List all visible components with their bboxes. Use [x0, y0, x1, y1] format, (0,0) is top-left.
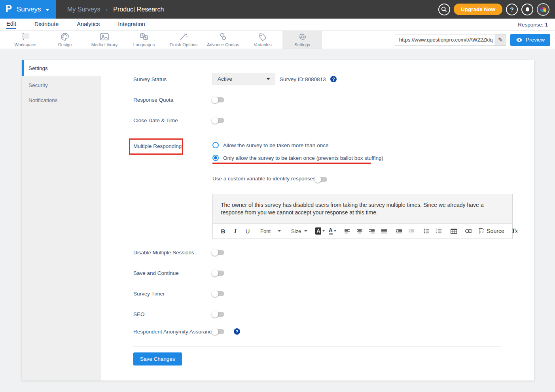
disable-sessions-toggle[interactable]: [212, 250, 224, 255]
tag-icon: [258, 32, 267, 41]
custom-variable-toggle[interactable]: [315, 177, 327, 182]
eye-icon: [516, 38, 523, 42]
bullet-list-icon: [424, 229, 429, 233]
upgrade-now-button[interactable]: Upgrade Now: [454, 4, 502, 15]
text-color-button[interactable]: A: [328, 226, 337, 236]
align-left-icon: [345, 229, 350, 233]
sidebar-item-notifications[interactable]: Notifications: [22, 93, 101, 108]
radio-only-once[interactable]: Only allow the survey to be taken once (…: [212, 155, 383, 161]
remove-format-button[interactable]: Tx: [510, 226, 519, 236]
bell-icon: [525, 6, 530, 13]
font-dropdown[interactable]: Font: [258, 228, 283, 234]
table-button[interactable]: [449, 226, 458, 236]
tab-analytics[interactable]: Analytics: [77, 21, 100, 28]
questionpro-logo-icon: P: [6, 4, 12, 13]
align-center-icon: [357, 229, 362, 233]
chevron-down-icon: [322, 230, 325, 232]
tab-integration[interactable]: Integration: [118, 21, 145, 28]
sidebar-item-settings[interactable]: Settings: [22, 60, 101, 76]
save-changes-button[interactable]: Save Changes: [133, 352, 182, 365]
response-quota-toggle[interactable]: [212, 97, 224, 102]
product-name: Surveys: [17, 6, 41, 13]
toolbar-item-settings[interactable]: Settings: [282, 31, 322, 49]
save-continue-label: Save and Continue: [133, 270, 179, 276]
notifications-button[interactable]: [521, 4, 533, 15]
toolbar-item-advance-quotas[interactable]: Advance Quotas: [203, 31, 243, 49]
bold-button[interactable]: B: [218, 226, 228, 236]
user-avatar[interactable]: [537, 3, 549, 16]
image-icon: [99, 32, 110, 41]
multiple-responding-label: Multiple Responding: [133, 143, 182, 149]
gear-icon: [297, 32, 307, 41]
bullet-list-button[interactable]: [422, 226, 431, 236]
underline-button[interactable]: U: [243, 226, 252, 236]
align-left-button[interactable]: [343, 226, 352, 236]
survey-timer-label: Survey Timer: [133, 291, 165, 297]
toolbar-item-variables[interactable]: Variables: [243, 31, 282, 49]
magic-wand-icon: [179, 32, 188, 41]
save-continue-toggle[interactable]: [212, 271, 224, 276]
align-center-button[interactable]: [355, 226, 364, 236]
tab-edit[interactable]: Edit: [6, 21, 16, 29]
numbered-list-button[interactable]: [434, 226, 443, 236]
toolbar-item-design[interactable]: Design: [45, 31, 85, 49]
sidebar-group: Security Notifications: [22, 76, 101, 381]
search-icon: [441, 6, 447, 12]
survey-id-help-icon[interactable]: ?: [330, 76, 337, 82]
indent-icon: [396, 229, 402, 233]
align-justify-button[interactable]: [379, 226, 389, 236]
edit-url-button[interactable]: ✎: [495, 34, 506, 45]
link-button[interactable]: [464, 226, 474, 236]
indent-button[interactable]: [394, 226, 404, 236]
radio-icon: [212, 142, 219, 148]
page: P Surveys My Surveys › Product Research …: [0, 0, 555, 392]
source-button[interactable]: Source: [479, 228, 504, 234]
close-date-label: Close Date & Time: [133, 117, 178, 123]
toolbar-item-media-library[interactable]: Media Library: [85, 31, 124, 49]
survey-status-select[interactable]: Active: [212, 73, 275, 85]
bg-color-button[interactable]: A: [315, 226, 325, 236]
response-quota-label: Response Quota: [133, 97, 173, 103]
radio-checked-icon: [212, 155, 219, 161]
product-switcher[interactable]: P Surveys: [0, 0, 56, 19]
survey-timer-toggle[interactable]: [212, 291, 224, 296]
red-annotation-underline: [212, 163, 371, 164]
tab-distribute[interactable]: Distribute: [34, 21, 59, 28]
chevron-down-icon: [45, 9, 49, 11]
toolbar-item-workspace[interactable]: Workspace: [6, 31, 45, 49]
workspace-icon: [21, 32, 30, 41]
survey-url-area: ✎ Preview: [395, 31, 555, 49]
topbar-actions: Upgrade Now ?: [438, 0, 555, 19]
outdent-icon: [409, 229, 414, 233]
sidebar-item-security[interactable]: Security: [22, 78, 101, 93]
editor-message[interactable]: The owner of this survey has disabled us…: [213, 194, 512, 223]
help-button[interactable]: ?: [506, 4, 518, 15]
pencil-icon: ✎: [498, 36, 503, 44]
anonymity-toggle[interactable]: [212, 329, 224, 334]
seo-toggle[interactable]: [212, 312, 224, 317]
align-right-icon: [369, 229, 375, 233]
numbered-list-icon: [436, 229, 441, 233]
source-doc-icon: [479, 228, 484, 234]
chain-icon: [218, 32, 228, 41]
align-right-button[interactable]: [367, 226, 377, 236]
italic-button[interactable]: I: [231, 226, 240, 236]
survey-url-input[interactable]: [395, 34, 506, 46]
preview-button[interactable]: Preview: [510, 34, 550, 46]
anonymity-help-icon[interactable]: ?: [234, 328, 240, 335]
chevron-down-icon: [334, 230, 336, 232]
survey-id-label: Survey ID:: [280, 76, 305, 82]
disable-sessions-label: Disable Multiple Sessions: [133, 250, 194, 256]
close-date-toggle[interactable]: [212, 118, 224, 123]
custom-variable-label: Use a custom variable to identify respon…: [212, 176, 316, 182]
size-dropdown[interactable]: Size: [289, 228, 310, 234]
radio-allow-multiple[interactable]: Allow the survey to be taken more than o…: [212, 142, 328, 148]
toolbar-item-languages[interactable]: Languages: [124, 31, 164, 49]
search-button[interactable]: [438, 4, 450, 15]
divider: [133, 346, 501, 347]
outdent-button[interactable]: [407, 226, 416, 236]
palette-icon: [60, 32, 70, 41]
toolbar-item-finish-options[interactable]: Finish Options: [164, 31, 203, 49]
breadcrumb-my-surveys[interactable]: My Surveys: [67, 6, 100, 13]
settings-sidebar: Settings Security Notifications: [22, 60, 101, 381]
